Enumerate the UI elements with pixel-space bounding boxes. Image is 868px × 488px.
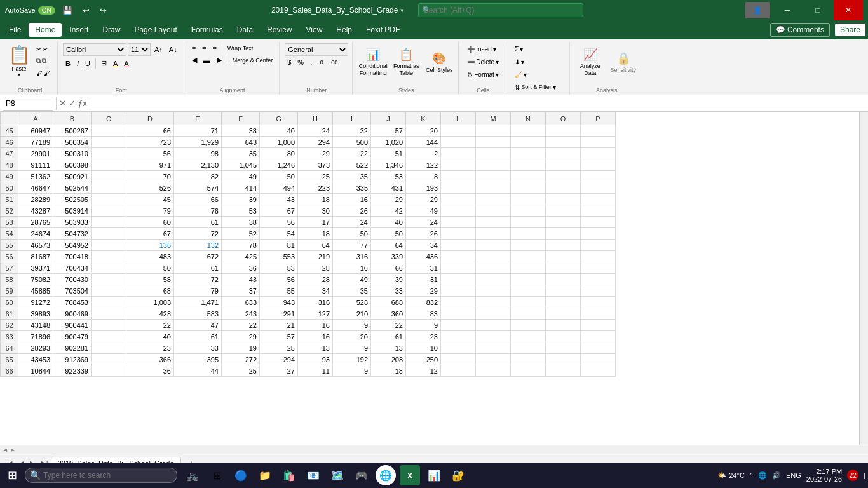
- cell-l45[interactable]: [441, 125, 476, 137]
- cell-h49[interactable]: 25: [298, 171, 333, 182]
- insert-function-button[interactable]: ƒx: [78, 98, 87, 108]
- cell-c51[interactable]: [92, 194, 126, 205]
- menu-item-page layout[interactable]: Page Layout: [128, 23, 183, 37]
- cell-e55[interactable]: 132: [174, 240, 222, 251]
- taskbar-icon-chrome[interactable]: 🌐: [376, 465, 396, 485]
- cell-p65[interactable]: [581, 354, 616, 365]
- cell-i46[interactable]: 500: [333, 137, 371, 148]
- menu-item-file[interactable]: File: [3, 23, 27, 37]
- cell-j46[interactable]: 1,020: [371, 137, 406, 148]
- cell-m59[interactable]: [476, 285, 511, 297]
- cell-j52[interactable]: 42: [371, 205, 406, 217]
- cell-g52[interactable]: 67: [260, 205, 298, 217]
- cell-e50[interactable]: 574: [174, 182, 222, 194]
- cell-f62[interactable]: 22: [222, 320, 260, 331]
- cell-c49[interactable]: [92, 171, 126, 182]
- cell-h66[interactable]: 11: [298, 365, 333, 377]
- cell-e64[interactable]: 33: [174, 342, 222, 354]
- cell-b52[interactable]: 503914: [53, 205, 92, 217]
- cell-o64[interactable]: [546, 342, 581, 354]
- cell-m48[interactable]: [476, 159, 511, 171]
- cell-c56[interactable]: [92, 251, 126, 262]
- font-color-button[interactable]: A: [121, 58, 131, 69]
- menu-item-help[interactable]: Help: [330, 23, 358, 37]
- cell-e46[interactable]: 1,929: [174, 137, 222, 148]
- cell-d60[interactable]: 1,003: [126, 297, 174, 308]
- cell-f54[interactable]: 52: [222, 228, 260, 240]
- show-desktop-button[interactable]: |: [864, 471, 865, 479]
- cell-e51[interactable]: 66: [174, 194, 222, 205]
- cell-f59[interactable]: 37: [222, 285, 260, 297]
- cell-k51[interactable]: 29: [406, 194, 441, 205]
- cell-g53[interactable]: 56: [260, 217, 298, 228]
- cell-i65[interactable]: 192: [333, 354, 371, 365]
- cell-l65[interactable]: [441, 354, 476, 365]
- cell-d66[interactable]: 36: [126, 365, 174, 377]
- cell-k58[interactable]: 31: [406, 274, 441, 285]
- accept-formula-button[interactable]: ✓: [69, 98, 76, 108]
- maximize-button[interactable]: □: [803, 0, 832, 20]
- cell-d61[interactable]: 428: [126, 308, 174, 320]
- cell-p57[interactable]: [581, 262, 616, 274]
- cell-k61[interactable]: 83: [406, 308, 441, 320]
- cell-g45[interactable]: 40: [260, 125, 298, 137]
- cell-b64[interactable]: 902281: [53, 342, 92, 354]
- cell-l57[interactable]: [441, 262, 476, 274]
- cell-m47[interactable]: [476, 148, 511, 159]
- cell-a55[interactable]: 46573: [18, 240, 53, 251]
- cell-b57[interactable]: 700434: [53, 262, 92, 274]
- cell-g61[interactable]: 291: [260, 308, 298, 320]
- fill-color-button[interactable]: A: [111, 58, 120, 69]
- save-button[interactable]: 💾: [59, 4, 76, 17]
- cell-a62[interactable]: 43148: [18, 320, 53, 331]
- cell-d51[interactable]: 45: [126, 194, 174, 205]
- wrap-text-button[interactable]: Wrap Text: [225, 43, 255, 53]
- cell-n48[interactable]: [511, 159, 546, 171]
- cell-d58[interactable]: 58: [126, 274, 174, 285]
- cell-n54[interactable]: [511, 228, 546, 240]
- cell-n58[interactable]: [511, 274, 546, 285]
- cell-b61[interactable]: 900469: [53, 308, 92, 320]
- cell-g51[interactable]: 43: [260, 194, 298, 205]
- cell-i64[interactable]: 9: [333, 342, 371, 354]
- cell-h52[interactable]: 30: [298, 205, 333, 217]
- dropdown-arrow-title[interactable]: ▾: [400, 6, 404, 15]
- cell-h46[interactable]: 294: [298, 137, 333, 148]
- cell-o49[interactable]: [546, 171, 581, 182]
- menu-item-home[interactable]: Home: [29, 23, 62, 37]
- cell-o59[interactable]: [546, 285, 581, 297]
- cell-e66[interactable]: 44: [174, 365, 222, 377]
- cell-h47[interactable]: 29: [298, 148, 333, 159]
- cell-g58[interactable]: 56: [260, 274, 298, 285]
- cell-f50[interactable]: 414: [222, 182, 260, 194]
- cell-b55[interactable]: 504952: [53, 240, 92, 251]
- row-number-62[interactable]: 62: [1, 320, 18, 331]
- row-number-65[interactable]: 65: [1, 354, 18, 365]
- cell-l54[interactable]: [441, 228, 476, 240]
- menu-item-foxit pdf[interactable]: Foxit PDF: [360, 23, 406, 37]
- cell-f58[interactable]: 43: [222, 274, 260, 285]
- cell-b62[interactable]: 900441: [53, 320, 92, 331]
- undo-button[interactable]: ↩: [79, 4, 93, 17]
- cell-p62[interactable]: [581, 320, 616, 331]
- col-header-E[interactable]: E: [174, 112, 222, 125]
- cell-o53[interactable]: [546, 217, 581, 228]
- cell-c46[interactable]: [92, 137, 126, 148]
- cell-d56[interactable]: 483: [126, 251, 174, 262]
- cell-a64[interactable]: 28293: [18, 342, 53, 354]
- cell-n62[interactable]: [511, 320, 546, 331]
- cell-m46[interactable]: [476, 137, 511, 148]
- cell-m45[interactable]: [476, 125, 511, 137]
- cell-n60[interactable]: [511, 297, 546, 308]
- cell-e56[interactable]: 672: [174, 251, 222, 262]
- cell-h65[interactable]: 93: [298, 354, 333, 365]
- cell-l46[interactable]: [441, 137, 476, 148]
- cell-k46[interactable]: 144: [406, 137, 441, 148]
- cell-d53[interactable]: 60: [126, 217, 174, 228]
- cell-h60[interactable]: 316: [298, 297, 333, 308]
- conditional-formatting-button[interactable]: 📊 Conditional Formatting: [358, 43, 388, 81]
- cell-b59[interactable]: 703504: [53, 285, 92, 297]
- cell-n59[interactable]: [511, 285, 546, 297]
- insert-cells-button[interactable]: ➕ Insert ▾: [464, 43, 499, 55]
- italic-button[interactable]: I: [74, 58, 81, 69]
